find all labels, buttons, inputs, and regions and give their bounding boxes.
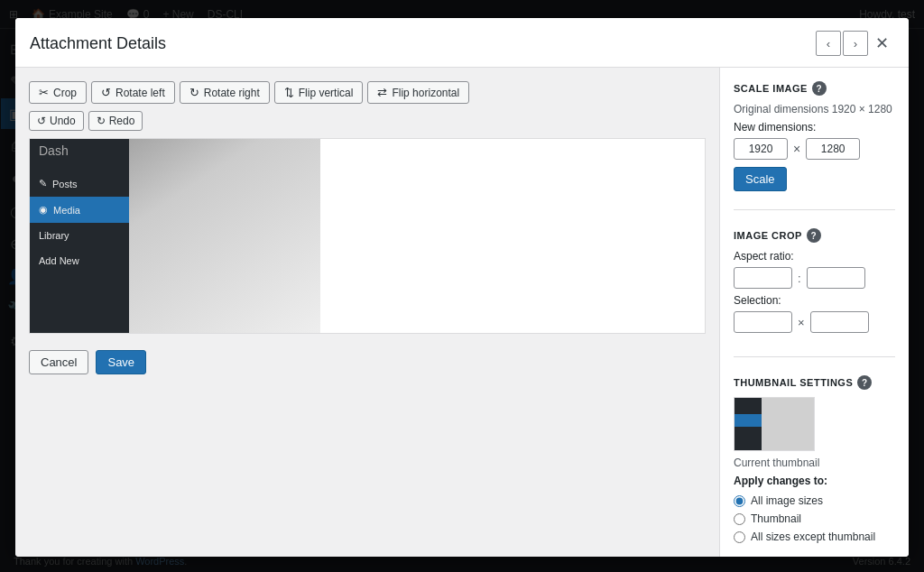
scale-help-icon[interactable]: ? (812, 81, 827, 96)
wp-screenshot-addnew: Add New (30, 248, 129, 273)
modal-header: Attachment Details ‹ › ✕ (15, 18, 909, 68)
modal-body: ✂ Crop ↺ Rotate left ↻ Rotate right ⇅ (15, 68, 909, 557)
next-button[interactable]: › (843, 31, 868, 56)
save-button[interactable]: Save (96, 350, 146, 374)
wp-screenshot-posts-icon: ✎ (39, 178, 47, 189)
radio-except-thumbnail-input[interactable] (734, 531, 745, 543)
apply-changes-radio-group: All image sizes Thumbnail All sizes exce… (734, 494, 895, 543)
dimensions-row: × (734, 138, 895, 160)
selection-label: Selection: (734, 294, 895, 307)
scale-image-title: SCALE IMAGE ? (734, 81, 895, 96)
radio-except-thumbnail[interactable]: All sizes except thumbnail (734, 530, 895, 543)
redo-icon: ↻ (97, 115, 106, 127)
attachment-details-modal: Attachment Details ‹ › ✕ ✂ Crop (15, 18, 909, 557)
redo-button[interactable]: ↻ Redo (88, 111, 143, 131)
wp-screenshot-library: Library (30, 223, 129, 248)
thumbnail-settings-section: THUMBNAIL SETTINGS ? Current thumbnail A… (734, 375, 895, 543)
close-button[interactable]: ✕ (870, 32, 894, 55)
image-preview: Dash ✎ Posts ◉ Media Library Add New (30, 139, 320, 333)
rotate-right-icon: ↻ (189, 86, 199, 99)
selection-separator: × (798, 316, 805, 329)
crop-icon: ✂ (39, 86, 49, 99)
rotate-left-icon: ↺ (101, 86, 111, 99)
prev-button[interactable]: ‹ (816, 31, 841, 56)
undo-button[interactable]: ↺ Undo (29, 111, 84, 131)
flip-horizontal-icon: ⇄ (377, 86, 387, 99)
wp-screenshot-media-icon: ◉ (39, 204, 48, 216)
thumb-content (762, 398, 814, 450)
image-container: Dash ✎ Posts ◉ Media Library Add New (29, 138, 706, 334)
radio-all-sizes-input[interactable] (734, 495, 745, 507)
thumbnail-help-icon[interactable]: ? (857, 375, 872, 390)
action-buttons: Cancel Save (29, 350, 706, 374)
cancel-button[interactable]: Cancel (29, 350, 88, 374)
editor-area: ✂ Crop ↺ Rotate left ↻ Rotate right ⇅ (15, 68, 719, 557)
original-dimensions-text: Original dimensions 1920 × 1280 (734, 103, 895, 115)
app-container: ⊞ ✎ ▣ ⎙ ● ◑ ⊕ 👤 🔧 ⚙ Attachment Details ‹… (0, 29, 924, 572)
thumb-sidebar (735, 398, 762, 450)
undo-redo-toolbar: ↺ Undo ↻ Redo (29, 111, 706, 131)
image-crop-title: IMAGE CROP ? (734, 228, 895, 243)
image-crop-section: IMAGE CROP ? Aspect ratio: : Selection: (734, 228, 895, 338)
flip-horizontal-button[interactable]: ⇄ Flip horizontal (367, 81, 469, 104)
width-input[interactable] (734, 138, 788, 160)
thumbnail-preview (734, 397, 815, 451)
selection-w-input[interactable] (734, 311, 792, 333)
divider-2 (734, 356, 895, 357)
scale-button[interactable]: Scale (734, 167, 787, 191)
thumbnail-settings-title: THUMBNAIL SETTINGS ? (734, 375, 895, 390)
radio-all-sizes[interactable]: All image sizes (734, 494, 895, 507)
height-input[interactable] (806, 138, 860, 160)
wp-screenshot-posts: ✎ Posts (30, 171, 129, 197)
flip-vertical-icon: ⇅ (284, 86, 294, 99)
aspect-ratio-w-input[interactable] (734, 267, 792, 289)
flip-vertical-button[interactable]: ⇅ Flip vertical (274, 81, 364, 104)
aspect-ratio-separator: : (798, 272, 801, 285)
image-toolbar: ✂ Crop ↺ Rotate left ↻ Rotate right ⇅ (29, 81, 706, 104)
divider-1 (734, 209, 895, 210)
right-panel: SCALE IMAGE ? Original dimensions 1920 ×… (719, 68, 909, 557)
current-thumbnail-label: Current thumbnail (734, 457, 895, 469)
dimension-separator: × (793, 142, 800, 156)
new-dimensions-label: New dimensions: (734, 121, 895, 134)
thumb-highlight (735, 414, 762, 427)
selection-h-input[interactable] (810, 311, 869, 333)
radio-thumbnail-input[interactable] (734, 513, 745, 525)
crop-help-icon[interactable]: ? (807, 228, 821, 243)
apply-changes-label: Apply changes to: (734, 475, 895, 487)
wp-screenshot-sidebar: Dash ✎ Posts ◉ Media Library Add New (30, 139, 129, 333)
modal-title: Attachment Details (30, 34, 166, 53)
modal-overlay: Attachment Details ‹ › ✕ ✂ Crop (0, 0, 924, 572)
undo-icon: ↺ (37, 115, 46, 127)
wp-screenshot-media: ◉ Media (30, 197, 129, 223)
rotate-right-button[interactable]: ↻ Rotate right (180, 81, 270, 104)
radio-thumbnail[interactable]: Thumbnail (734, 512, 895, 525)
selection-row: × (734, 311, 895, 333)
modal-nav-buttons: ‹ › ✕ (816, 31, 894, 56)
wp-screenshot-dash: Dash (39, 143, 69, 158)
rotate-left-button[interactable]: ↺ Rotate left (91, 81, 175, 104)
aspect-ratio-h-input[interactable] (807, 267, 865, 289)
aspect-ratio-label: Aspect ratio: (734, 250, 895, 263)
crop-button[interactable]: ✂ Crop (29, 81, 87, 104)
aspect-ratio-row: : (734, 267, 895, 289)
scale-image-section: SCALE IMAGE ? Original dimensions 1920 ×… (734, 81, 895, 191)
